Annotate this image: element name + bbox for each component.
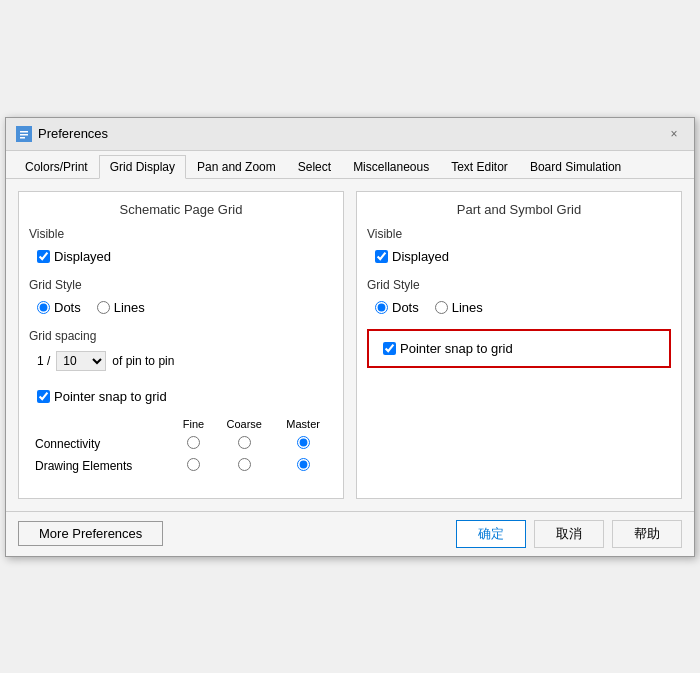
connectivity-master-cell (275, 434, 331, 454)
schematic-grid-style-row: Dots Lines (29, 296, 333, 319)
schematic-displayed-row: Displayed (29, 245, 333, 268)
main-content: Schematic Page Grid Visible Displayed Gr… (6, 179, 694, 511)
part-grid-style-label: Grid Style (367, 278, 671, 292)
schematic-displayed-checkbox[interactable] (37, 250, 50, 263)
part-symbol-panel: Part and Symbol Grid Visible Displayed G… (356, 191, 682, 499)
part-snap-highlighted-box: Pointer snap to grid (367, 329, 671, 368)
close-button[interactable]: × (664, 124, 684, 144)
drawing-coarse-radio[interactable] (238, 458, 251, 471)
schematic-dots-radio[interactable] (37, 301, 50, 314)
part-symbol-panel-title: Part and Symbol Grid (367, 202, 671, 217)
connectivity-master-radio[interactable] (297, 436, 310, 449)
part-dots-label: Dots (392, 300, 419, 315)
part-visible-label: Visible (367, 227, 671, 241)
schematic-lines-option: Lines (97, 300, 145, 315)
connectivity-fine-cell (174, 434, 213, 454)
schematic-grid-spacing-section: Grid spacing 1 / 10 20 50 100 of pin to … (29, 329, 333, 375)
schematic-visible-label: Visible (29, 227, 333, 241)
cancel-button[interactable]: 取消 (534, 520, 604, 548)
schematic-grid-spacing-label: Grid spacing (29, 329, 333, 343)
part-displayed-label: Displayed (392, 249, 449, 264)
schematic-dots-option: Dots (37, 300, 81, 315)
drawing-fine-cell (174, 456, 213, 476)
part-visible-section: Visible Displayed (367, 227, 671, 268)
part-grid-style-section: Grid Style Dots Lines (367, 278, 671, 319)
window-icon (16, 126, 32, 142)
schematic-dots-label: Dots (54, 300, 81, 315)
spacing-prefix: 1 / (37, 354, 50, 368)
schematic-panel: Schematic Page Grid Visible Displayed Gr… (18, 191, 344, 499)
footer: More Preferences 确定 取消 帮助 (6, 511, 694, 556)
part-dots-option: Dots (375, 300, 419, 315)
drawing-master-radio[interactable] (297, 458, 310, 471)
title-bar: Preferences × (6, 118, 694, 151)
schematic-snap-section: Pointer snap to grid Fine Coarse Master (29, 385, 333, 478)
schematic-snap-row: Pointer snap to grid (29, 385, 333, 408)
window-title: Preferences (38, 126, 108, 141)
spacing-suffix: of pin to pin (112, 354, 174, 368)
part-snap-label: Pointer snap to grid (400, 341, 513, 356)
schematic-snap-checkbox[interactable] (37, 390, 50, 403)
part-displayed-checkbox[interactable] (375, 250, 388, 263)
connectivity-coarse-cell (215, 434, 273, 454)
footer-right: 确定 取消 帮助 (456, 520, 682, 548)
table-row: Connectivity (31, 434, 331, 454)
svg-rect-3 (20, 137, 25, 139)
tab-miscellaneous[interactable]: Miscellaneous (342, 155, 440, 179)
part-grid-style-row: Dots Lines (367, 296, 671, 319)
footer-left: More Preferences (18, 521, 163, 546)
snap-col-coarse: Coarse (215, 416, 273, 432)
part-snap-checkbox[interactable] (383, 342, 396, 355)
tab-bar: Colors/Print Grid Display Pan and Zoom S… (6, 151, 694, 179)
schematic-visible-section: Visible Displayed (29, 227, 333, 268)
spacing-select[interactable]: 10 20 50 100 (56, 351, 106, 371)
connectivity-coarse-radio[interactable] (238, 436, 251, 449)
schematic-lines-label: Lines (114, 300, 145, 315)
drawing-fine-radio[interactable] (187, 458, 200, 471)
drawing-master-cell (275, 456, 331, 476)
schematic-snap-label: Pointer snap to grid (54, 389, 167, 404)
schematic-grid-style-label: Grid Style (29, 278, 333, 292)
tab-pan-zoom[interactable]: Pan and Zoom (186, 155, 287, 179)
part-displayed-row: Displayed (367, 245, 671, 268)
part-lines-radio[interactable] (435, 301, 448, 314)
connectivity-label: Connectivity (31, 434, 172, 454)
tab-select[interactable]: Select (287, 155, 342, 179)
part-snap-row: Pointer snap to grid (375, 337, 663, 360)
schematic-lines-radio[interactable] (97, 301, 110, 314)
snap-col-master: Master (275, 416, 331, 432)
connectivity-fine-radio[interactable] (187, 436, 200, 449)
snap-col-empty (31, 416, 172, 432)
tab-grid-display[interactable]: Grid Display (99, 155, 186, 179)
tab-board-simulation[interactable]: Board Simulation (519, 155, 632, 179)
part-lines-label: Lines (452, 300, 483, 315)
schematic-spacing-row: 1 / 10 20 50 100 of pin to pin (29, 347, 333, 375)
tab-colors-print[interactable]: Colors/Print (14, 155, 99, 179)
schematic-displayed-label: Displayed (54, 249, 111, 264)
drawing-elements-label: Drawing Elements (31, 456, 172, 476)
table-row: Drawing Elements (31, 456, 331, 476)
schematic-grid-style-section: Grid Style Dots Lines (29, 278, 333, 319)
drawing-coarse-cell (215, 456, 273, 476)
help-button[interactable]: 帮助 (612, 520, 682, 548)
tab-text-editor[interactable]: Text Editor (440, 155, 519, 179)
more-preferences-button[interactable]: More Preferences (18, 521, 163, 546)
svg-rect-1 (20, 131, 28, 133)
ok-button[interactable]: 确定 (456, 520, 526, 548)
svg-rect-2 (20, 134, 28, 136)
preferences-window: Preferences × Colors/Print Grid Display … (5, 117, 695, 557)
part-lines-option: Lines (435, 300, 483, 315)
schematic-panel-title: Schematic Page Grid (29, 202, 333, 217)
snap-col-fine: Fine (174, 416, 213, 432)
snap-table: Fine Coarse Master Connectivity (29, 414, 333, 478)
part-dots-radio[interactable] (375, 301, 388, 314)
